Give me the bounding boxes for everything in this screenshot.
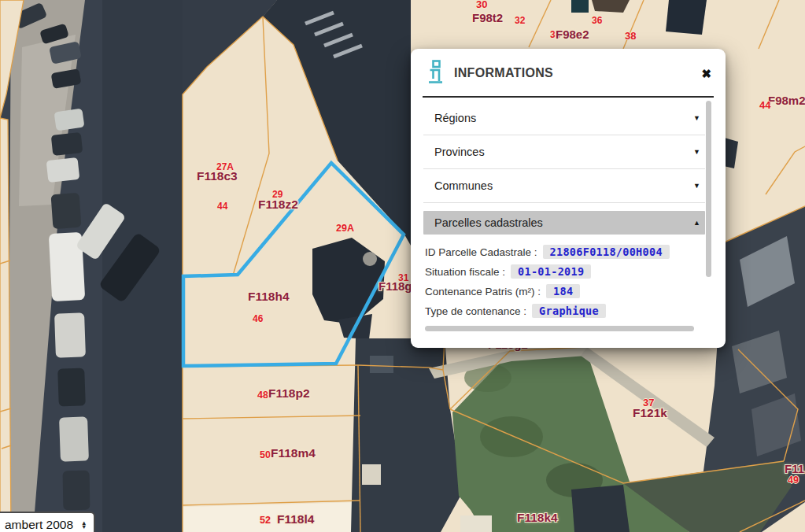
chevron-down-icon: ▼ bbox=[693, 182, 700, 190]
detail-label: Contenance Patris (m²) : bbox=[425, 286, 541, 297]
parcel-code-label: F118g bbox=[378, 280, 412, 292]
house-number-label: 48 bbox=[257, 390, 268, 401]
panel-title: INFORMATIONS bbox=[454, 66, 690, 80]
detail-label: Situation fiscale : bbox=[425, 266, 505, 278]
parcel-code-label: F118m4 bbox=[271, 447, 316, 460]
select-spinner-icon: ▲▼ bbox=[81, 521, 87, 530]
accordion-section-parcelles[interactable]: Parcelles cadastrales ▲ bbox=[423, 211, 705, 235]
house-number-label: 52 bbox=[260, 515, 271, 526]
chevron-down-icon: ▼ bbox=[693, 114, 700, 122]
area-value: 184 bbox=[546, 284, 580, 298]
fiscal-date-value: 01-01-2019 bbox=[511, 264, 591, 279]
section-label: Communes bbox=[434, 179, 493, 192]
projection-value: ambert 2008 bbox=[5, 518, 73, 532]
detail-row: ID Parcelle Cadastrale : 21806F0118/00H0… bbox=[425, 245, 713, 259]
chevron-down-icon: ▼ bbox=[693, 148, 700, 156]
house-number-label: 32 bbox=[515, 16, 525, 25]
parcel-code-label: F118p2 bbox=[268, 387, 310, 400]
detail-label: Type de contenance : bbox=[425, 305, 526, 317]
parcel-code-label: F118c3 bbox=[197, 170, 238, 183]
map-application: 30 F98t2 32 36 34 F98e2 38 F98m2 44 27A … bbox=[0, 0, 805, 532]
panel-horizontal-scrollbar[interactable] bbox=[425, 326, 694, 331]
chevron-up-icon: ▲ bbox=[693, 219, 700, 227]
panel-vertical-scrollbar[interactable] bbox=[706, 101, 711, 277]
projection-select[interactable]: ambert 2008 ▲▼ bbox=[0, 512, 95, 532]
house-number-label: 36 bbox=[592, 16, 602, 25]
accordion: Régions ▼ Provinces ▼ Communes ▼ Parcell… bbox=[411, 98, 726, 235]
detail-row: Situation fiscale : 01-01-2019 bbox=[425, 264, 713, 279]
close-button[interactable]: ✖ bbox=[700, 66, 713, 81]
detail-row: Type de contenance : Graphique bbox=[425, 304, 713, 318]
house-number-label: 44 bbox=[217, 201, 227, 211]
panel-header: INFORMATIONS ✖ bbox=[411, 49, 726, 94]
parcel-code-label: F118h4 bbox=[248, 290, 290, 303]
accordion-section-communes[interactable]: Communes ▼ bbox=[423, 169, 705, 203]
house-number-label: 29A bbox=[336, 224, 354, 234]
parcel-code-label: F98m2 bbox=[768, 94, 805, 106]
section-label: Provinces bbox=[434, 146, 485, 158]
section-label: Parcelles cadastrales bbox=[434, 216, 543, 229]
parcel-details: ID Parcelle Cadastrale : 21806F0118/00H0… bbox=[411, 235, 726, 318]
house-number-label: 49 bbox=[788, 475, 799, 486]
parcel-code-label: F118l4 bbox=[277, 513, 314, 526]
informations-panel: INFORMATIONS ✖ Régions ▼ Provinces ▼ Com… bbox=[411, 49, 726, 348]
containment-type-value: Graphique bbox=[532, 304, 606, 318]
house-number-label: 38 bbox=[625, 31, 636, 41]
parcel-code-label: F118z2 bbox=[258, 198, 298, 211]
house-number-label: 50 bbox=[260, 450, 271, 460]
section-label: Régions bbox=[434, 112, 476, 124]
house-number-label: 44 bbox=[759, 100, 770, 110]
house-number-label: 46 bbox=[253, 314, 263, 323]
accordion-section-regions[interactable]: Régions ▼ bbox=[423, 102, 705, 135]
parcel-code-label: F98t2 bbox=[472, 12, 503, 24]
parcel-code-label: F121k bbox=[633, 407, 667, 419]
parcel-code-label: F118k4 bbox=[517, 512, 558, 524]
info-icon bbox=[427, 60, 445, 87]
detail-row: Contenance Patris (m²) : 184 bbox=[425, 284, 713, 298]
accordion-section-provinces[interactable]: Provinces ▼ bbox=[423, 135, 705, 169]
house-number-label: 30 bbox=[476, 0, 487, 9]
detail-label: ID Parcelle Cadastrale : bbox=[425, 246, 537, 258]
parcel-code-label: F11 bbox=[785, 463, 804, 475]
parcel-code-label: F98e2 bbox=[556, 28, 589, 40]
parcel-id-value: 21806F0118/00H004 bbox=[543, 245, 670, 259]
